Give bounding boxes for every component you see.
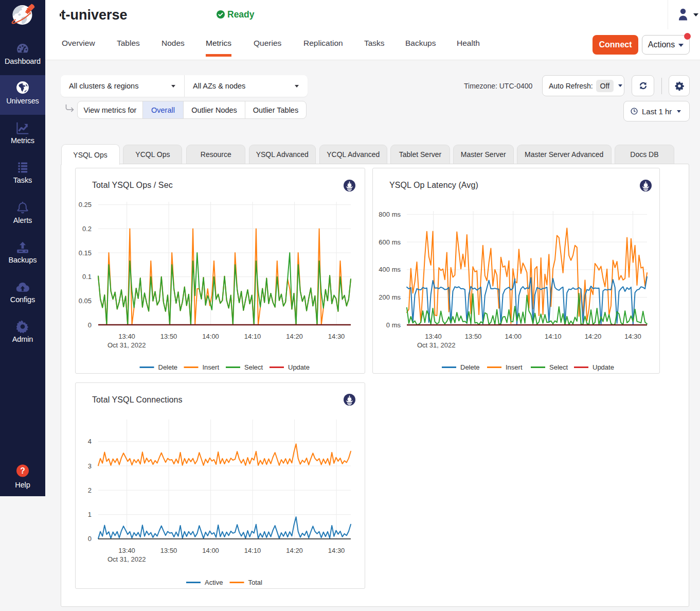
svg-text:14:00: 14:00 (505, 333, 522, 340)
svg-text:14:20: 14:20 (585, 333, 602, 340)
svg-text:14:30: 14:30 (328, 333, 345, 340)
svg-text:13:50: 13:50 (160, 333, 177, 340)
svg-text:14:20: 14:20 (286, 333, 303, 340)
svg-text:14:20: 14:20 (286, 547, 303, 554)
svg-text:?: ? (20, 466, 25, 475)
svg-text:14:00: 14:00 (202, 547, 219, 554)
svg-text:Select: Select (244, 363, 263, 371)
svg-text:Select: Select (549, 363, 568, 371)
svg-text:14:00: 14:00 (202, 333, 219, 340)
svg-text:13:40: 13:40 (425, 333, 442, 340)
svg-text:Oct 31, 2022: Oct 31, 2022 (417, 341, 455, 349)
svg-text:800 ms: 800 ms (379, 211, 401, 218)
svg-text:2: 2 (88, 486, 92, 494)
svg-text:Total: Total (248, 579, 263, 586)
svg-text:0.25: 0.25 (79, 201, 92, 208)
svg-text:0: 0 (88, 535, 92, 543)
svg-text:200 ms: 200 ms (379, 293, 401, 301)
svg-text:14:10: 14:10 (244, 333, 261, 340)
svg-text:Insert: Insert (506, 363, 523, 371)
svg-text:13:40: 13:40 (118, 547, 135, 554)
svg-text:4: 4 (88, 438, 92, 445)
svg-text:13:40: 13:40 (118, 333, 135, 340)
svg-text:14:10: 14:10 (545, 333, 562, 340)
svg-text:0.15: 0.15 (79, 249, 92, 257)
svg-text:14:10: 14:10 (244, 547, 261, 554)
svg-text:600 ms: 600 ms (379, 238, 401, 246)
svg-text:Delete: Delete (460, 363, 480, 371)
svg-text:13:50: 13:50 (465, 333, 482, 340)
svg-text:14:30: 14:30 (328, 547, 345, 554)
svg-text:0.1: 0.1 (82, 273, 92, 281)
svg-text:Update: Update (288, 363, 310, 371)
svg-text:1: 1 (88, 511, 92, 518)
svg-text:Oct 31, 2022: Oct 31, 2022 (107, 555, 146, 563)
svg-text:14:30: 14:30 (624, 333, 641, 340)
svg-text:13:50: 13:50 (160, 547, 177, 554)
svg-text:0: 0 (88, 321, 92, 329)
svg-text:Insert: Insert (203, 363, 220, 371)
svg-text:400 ms: 400 ms (379, 266, 401, 273)
svg-text:0 ms: 0 ms (386, 321, 401, 329)
svg-text:Update: Update (593, 363, 614, 371)
svg-text:3: 3 (88, 462, 92, 470)
svg-text:Active: Active (205, 579, 223, 586)
svg-text:Delete: Delete (158, 363, 178, 371)
svg-text:0.2: 0.2 (82, 225, 92, 233)
svg-text:Oct 31, 2022: Oct 31, 2022 (107, 341, 146, 349)
svg-text:0.05: 0.05 (79, 297, 92, 305)
